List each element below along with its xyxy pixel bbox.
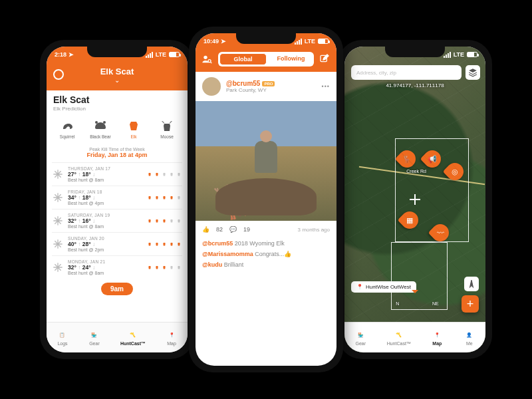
header-title[interactable]: Elk Scat bbox=[47, 66, 188, 76]
tab-gear[interactable]: 🏪Gear bbox=[88, 329, 100, 346]
target-icon: ◎ bbox=[452, 167, 458, 176]
forecast-best: Best hunt @ 8am bbox=[68, 224, 142, 229]
north-button[interactable] bbox=[464, 277, 479, 291]
layers-button[interactable] bbox=[466, 65, 480, 80]
snowflake-icon bbox=[52, 215, 64, 227]
location-arrow-icon: ➤ bbox=[221, 38, 226, 45]
compose-icon[interactable] bbox=[319, 53, 331, 65]
tab-bar: 📋Logs🏪Gear〽️HuntCast™📍Map bbox=[47, 322, 188, 352]
map-search-input[interactable]: Address, city, zip bbox=[351, 65, 462, 80]
segment-following[interactable]: Following bbox=[268, 52, 314, 66]
like-count: 82 bbox=[216, 226, 223, 233]
map-pin-track[interactable]: 〰 bbox=[428, 220, 453, 245]
black-bear-icon bbox=[92, 117, 108, 133]
map-pin-horn[interactable]: 📢 bbox=[420, 147, 444, 172]
forecast-row[interactable]: MONDAY, JAN 2132° ↑ 24° ↓Best hunt @ 8am bbox=[52, 255, 182, 279]
animal-moose[interactable]: Moose bbox=[154, 117, 180, 139]
person-pin-icon: 📍 bbox=[356, 284, 363, 290]
comment-handle[interactable]: @Marissamomma bbox=[202, 251, 253, 257]
animal-elk[interactable]: Elk bbox=[121, 117, 146, 139]
segment-global[interactable]: Global bbox=[219, 53, 267, 65]
tab-logs[interactable]: 📋Logs bbox=[57, 329, 68, 346]
tab-label: Logs bbox=[57, 341, 68, 346]
tab-huntcast[interactable]: 〽️HuntCast™ bbox=[387, 329, 411, 346]
tab-me[interactable]: 👤Me bbox=[464, 329, 475, 346]
forecast-row[interactable]: THURSDAY, JAN 1727° ↑ 18° ↓Best hunt @ 8… bbox=[52, 162, 182, 186]
map-pin-target[interactable]: ◎ bbox=[442, 159, 467, 184]
forecast-row[interactable]: SATURDAY, JAN 1932° ↑ 16° ↓Best hunt @ 8… bbox=[52, 209, 182, 232]
network-label: LTE bbox=[156, 51, 166, 58]
forecast-date: THURSDAY, JAN 17 bbox=[68, 166, 142, 171]
comment-text: Congrats...👍 bbox=[255, 251, 291, 257]
map-pin-deer[interactable]: 🦌 bbox=[394, 147, 419, 172]
tab-label: Map bbox=[431, 341, 443, 346]
page-subtitle: Elk Prediction bbox=[53, 106, 86, 112]
svg-point-1 bbox=[103, 121, 106, 124]
comment-row: @kudu Brilliant bbox=[202, 259, 330, 270]
forecast-best: Best hunt @ 4pm bbox=[68, 201, 142, 205]
snowflake-icon bbox=[52, 192, 64, 203]
add-button[interactable]: + bbox=[462, 295, 479, 313]
blind-icon: ▦ bbox=[406, 216, 413, 225]
post-location: Park County, WY bbox=[226, 87, 317, 93]
map-icon: 📍 bbox=[431, 329, 443, 341]
horn-icon: 📢 bbox=[428, 155, 437, 164]
compass-needle-icon bbox=[412, 290, 418, 297]
comment-handle[interactable]: @bcrum55 bbox=[202, 240, 233, 247]
feed-segment[interactable]: GlobalFollowing bbox=[218, 52, 314, 66]
like-button[interactable]: 👍 bbox=[202, 226, 209, 233]
forecast-temps: 34° ↑ 18° ↓ bbox=[68, 194, 142, 201]
animal-black-bear[interactable]: Black Bear bbox=[88, 117, 113, 139]
forecast-row[interactable]: SUNDAY, JAN 2040° ↑ 28° ↓Best hunt @ 2pm bbox=[52, 232, 182, 255]
svg-line-4 bbox=[211, 63, 211, 63]
peak-label: Peak Kill Time of the Week bbox=[47, 147, 188, 152]
parcel-outline bbox=[395, 138, 468, 242]
pro-badge: PRO bbox=[262, 81, 275, 86]
post-handle[interactable]: @bcrum55 bbox=[226, 80, 260, 87]
chevron-down-icon[interactable]: ⌄ bbox=[47, 76, 188, 84]
avatar[interactable] bbox=[202, 77, 221, 96]
tab-gear[interactable]: 🏪Gear bbox=[354, 329, 366, 346]
tab-map[interactable]: 📍Map bbox=[166, 329, 178, 346]
forecast-row[interactable]: FRIDAY, JAN 1834° ↑ 18° ↓Best hunt @ 4pm bbox=[52, 186, 182, 209]
crosshair-icon[interactable] bbox=[53, 69, 64, 80]
comment-row: @Marissamomma Congrats...👍 bbox=[202, 249, 330, 259]
comment-text: 2018 Wyoming Elk bbox=[235, 240, 285, 247]
comment-handle[interactable]: @kudu bbox=[202, 261, 222, 268]
phone-huntcast: 2:18 ➤ LTE Elk Scat ⌄ Elk Scat Elk Predi… bbox=[40, 40, 194, 359]
tab-label: Gear bbox=[354, 341, 366, 346]
ellipsis-icon[interactable]: ••• bbox=[322, 83, 330, 90]
map-pin-blind[interactable]: ▦ bbox=[397, 208, 422, 233]
signal-icon bbox=[444, 52, 451, 58]
person-search-icon[interactable] bbox=[201, 53, 213, 65]
squirrel-icon bbox=[59, 117, 75, 133]
post-photo[interactable]: 🦌 bbox=[196, 101, 336, 221]
deer-icon: 🦌 bbox=[402, 155, 412, 164]
forecast-score bbox=[146, 264, 182, 271]
animal-squirrel[interactable]: Squirrel bbox=[55, 117, 80, 139]
forecast-list: THURSDAY, JAN 1727° ↑ 18° ↓Best hunt @ 8… bbox=[47, 162, 188, 279]
post-header: @bcrum55PRO Park County, WY ••• bbox=[196, 72, 336, 101]
comments-list: @bcrum55 2018 Wyoming Elk@Marissamomma C… bbox=[196, 238, 336, 271]
status-time: 10:49 bbox=[203, 38, 219, 45]
forecast-score bbox=[146, 241, 182, 247]
signal-icon bbox=[146, 52, 153, 58]
comment-button[interactable]: 💬 bbox=[229, 226, 237, 233]
forecast-temps: 32° ↑ 24° ↓ bbox=[68, 264, 142, 271]
me-icon: 👤 bbox=[464, 329, 475, 341]
svg-point-0 bbox=[95, 121, 98, 124]
tab-label: HuntCast™ bbox=[387, 341, 411, 346]
svg-point-2 bbox=[203, 56, 207, 59]
moose-icon bbox=[159, 117, 175, 133]
tab-huntcast[interactable]: 〽️HuntCast™ bbox=[120, 329, 146, 346]
huntcast-icon: 〽️ bbox=[393, 329, 405, 341]
time-pill[interactable]: 9am bbox=[47, 283, 188, 295]
phone-map: Creek Rd 🦌📢◎▦〰 LTE Address, city, zip 41… bbox=[338, 40, 492, 359]
forecast-date: SUNDAY, JAN 20 bbox=[68, 236, 142, 241]
forecast-date: SATURDAY, JAN 19 bbox=[68, 213, 142, 217]
comment-row: @bcrum55 2018 Wyoming Elk bbox=[202, 238, 330, 249]
compass-strip: NWNNEE bbox=[368, 290, 462, 310]
forecast-best: Best hunt @ 8am bbox=[68, 271, 142, 275]
track-icon: 〰 bbox=[437, 229, 444, 237]
tab-map[interactable]: 📍Map bbox=[431, 329, 443, 346]
